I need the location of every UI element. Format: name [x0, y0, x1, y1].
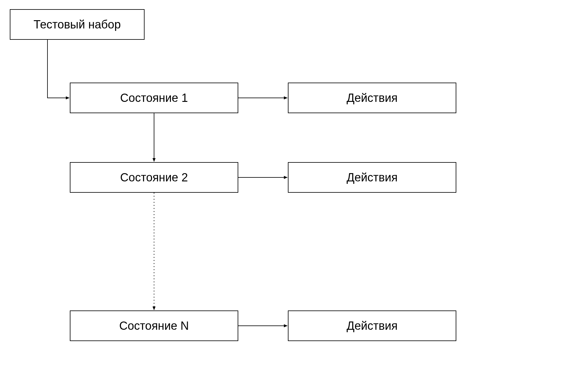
node-label: Состояние N [119, 319, 189, 333]
node-state-1: Состояние 1 [70, 83, 238, 113]
node-actions-2: Действия [288, 162, 456, 193]
node-label: Тестовый набор [34, 18, 121, 31]
node-label: Действия [347, 319, 398, 333]
node-state-2: Состояние 2 [70, 162, 238, 193]
edge-testset-state1 [47, 40, 69, 98]
node-label: Действия [347, 91, 398, 105]
node-label: Состояние 2 [120, 171, 188, 184]
node-label: Состояние 1 [120, 91, 188, 105]
node-label: Действия [347, 171, 398, 184]
node-test-set: Тестовый набор [10, 9, 145, 40]
node-state-n: Состояние N [70, 310, 238, 341]
node-actions-n: Действия [288, 310, 456, 341]
node-actions-1: Действия [288, 83, 456, 113]
